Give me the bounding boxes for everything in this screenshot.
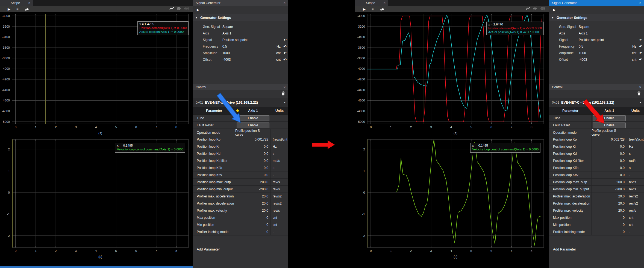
parameter-value[interactable]: 0.0 [235,171,271,178]
field-value[interactable]: Position set-point [222,38,281,42]
parameter-unit: - [627,228,644,235]
field-value[interactable]: Axis 1 [222,31,281,35]
scope-chart-velocity[interactable]: 210-1-2012345678(s)x = -0.1495Velocity l… [0,137,193,266]
field-value[interactable]: Position set-point [579,38,636,42]
revert-icon[interactable]: ↶ [284,38,287,42]
tab-scope[interactable]: Scope × [355,0,388,6]
parameter-value[interactable]: 0.0 [235,143,271,150]
signal-generator-header[interactable]: Signal Generator × [549,0,644,6]
revert-icon[interactable]: ↶ [284,51,287,55]
parameter-value[interactable]: 0.0 [235,164,271,171]
play-icon[interactable]: ▶ [8,7,10,11]
tooltip-line: Position demand(Axis 1) = 0.0000 [139,26,187,30]
add-parameter-button[interactable]: Add Parameter [553,247,576,251]
parameter-value[interactable]: 20.0 [592,200,627,207]
parameter-value[interactable]: 0.0 [592,150,627,157]
play-icon[interactable]: ▶ [197,8,199,11]
parameter-value[interactable]: 0.0 [235,150,271,157]
parameter-value[interactable]: 0.0 [235,157,271,164]
field-value[interactable]: 0.5 [222,45,277,48]
parameter-value[interactable]: Profile position S-curve [235,129,271,136]
parameter-label: Position loop max. outp... [193,179,235,185]
parameter-value[interactable]: 20.0 [592,193,627,200]
stop-icon[interactable]: ■ [16,7,19,11]
generator-settings-section[interactable]: ▾ Generator Settings [193,14,288,21]
parameter-value[interactable]: 0.0 [592,171,627,178]
trash-icon[interactable] [637,91,641,97]
parameter-value[interactable]: 0.001728 [235,136,271,143]
tab-scope[interactable]: Scope × [0,0,33,6]
svg-text:-4600: -4600 [2,99,10,102]
revert-icon[interactable]: ↶ [284,58,287,62]
parameter-value[interactable]: 20.0 [235,200,271,207]
eraser-icon[interactable] [380,7,384,11]
parameter-value[interactable]: 0.001728 [592,136,627,143]
parameter-value[interactable]: -200.0 [235,186,271,193]
field-value[interactable]: -4003 [222,58,276,62]
revert-icon[interactable]: ↶ [284,45,287,49]
close-icon[interactable]: × [639,1,641,5]
parameter-value[interactable]: 0.0 [592,143,627,150]
revert-icon[interactable]: ↶ [639,51,642,55]
field-value[interactable]: 0.5 [579,45,632,48]
generator-settings-section[interactable]: ▾ Generator Settings [549,14,644,21]
parameter-value[interactable]: 0.0 [592,164,627,171]
chevron-down-icon[interactable]: ▾ [284,101,286,104]
device-selector[interactable]: 0x01 EVE-NET-C - Drive (192.168.2.22) ▾ [549,98,644,107]
parameter-value[interactable]: 0 [592,228,627,235]
field-value[interactable]: 1000 [222,51,276,55]
fault-reset-enable-button[interactable]: Enable [237,123,269,128]
fault-reset-enable-button[interactable]: Enable [593,123,626,128]
scope-chart-position[interactable]: -3000-3200-3400-3600-3800-4000-4200-4400… [355,12,549,137]
parameter-value[interactable]: 20.0 [235,193,271,200]
chevron-down-icon[interactable]: ▾ [640,101,641,104]
parameter-value[interactable]: 0 [592,221,627,228]
revert-icon[interactable]: ↶ [639,58,642,62]
signal-generator-title: Signal Generator [552,1,639,5]
signal-generator-header[interactable]: Signal Generator × [193,0,288,6]
field-value[interactable]: Square [222,25,281,29]
play-icon[interactable]: ▶ [363,7,366,11]
scope-chart-velocity[interactable]: 210-1-2012345678(s)x = -0.1495Velocity l… [355,137,549,266]
field-value[interactable]: -4003 [579,58,632,62]
parameter-label: Position loop Kd filter [549,157,592,164]
close-icon[interactable]: × [28,1,30,5]
revert-icon[interactable]: ↶ [639,45,642,49]
parameter-value[interactable]: 0 [592,214,627,221]
eraser-icon[interactable] [25,7,29,11]
field-value[interactable]: Axis 1 [579,31,636,35]
stop-icon[interactable]: ■ [372,7,374,11]
control-header[interactable]: Control × [549,84,644,90]
field-value[interactable]: 1000 [579,51,632,55]
parameter-value[interactable]: 0 [235,228,271,235]
close-icon[interactable]: × [283,85,286,89]
add-parameter-button[interactable]: Add Parameter [197,247,220,251]
parameter-value[interactable]: Profile position S-curve [592,129,627,136]
waveform-overlay-icon[interactable] [177,7,182,12]
field-value[interactable]: Square [579,25,636,29]
parameter-value[interactable]: 0 [235,214,271,221]
parameter-value[interactable]: 200.0 [235,179,271,185]
tune-enable-button[interactable]: Enable [593,115,626,121]
parameter-value[interactable]: 20.0 [235,207,271,214]
parameter-value[interactable]: 20.0 [592,207,627,214]
close-icon[interactable]: × [283,1,286,5]
waveform-icon[interactable] [526,7,531,12]
waveform-icon[interactable] [169,7,174,12]
close-icon[interactable]: × [383,1,386,5]
waveform-split-icon[interactable] [184,7,190,12]
tune-enable-button[interactable]: Enable [237,115,269,121]
parameter-value[interactable]: 200.0 [592,179,627,185]
play-icon[interactable]: ▶ [553,8,555,11]
waveform-overlay-icon[interactable] [533,7,538,12]
parameter-value[interactable]: 0 [235,221,271,228]
scope-chart-position[interactable]: -3000-3200-3400-3600-3800-4000-4200-4400… [0,12,193,137]
control-header[interactable]: Control × [193,84,288,90]
trash-icon[interactable] [281,91,285,97]
device-selector[interactable]: 0x01 EVE-NET-C - Drive (192.168.2.22) ▾ [193,98,288,107]
revert-icon[interactable]: ↶ [639,38,642,42]
close-icon[interactable]: × [639,85,641,89]
parameter-value[interactable]: -200.0 [592,186,627,193]
parameter-value[interactable]: 0.0 [592,157,627,164]
waveform-split-icon[interactable] [540,7,546,12]
